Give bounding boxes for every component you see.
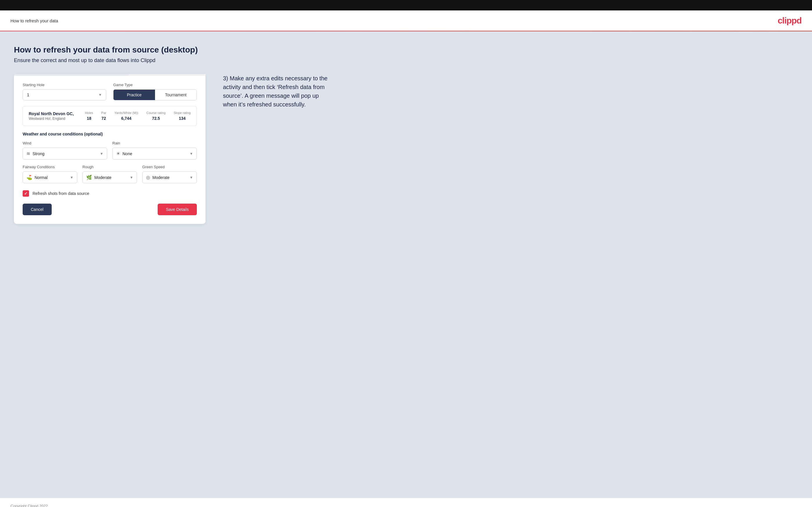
wind-value: Strong <box>33 152 100 156</box>
fairway-select[interactable]: ⛳ Normal ▼ <box>22 171 77 183</box>
par-stat: Par 72 <box>101 111 106 121</box>
starting-hole-value: 1 <box>27 93 98 97</box>
fairway-group: Fairway Conditions ⛳ Normal ▼ <box>22 165 77 183</box>
strip-left <box>14 74 129 76</box>
fairway-value: Normal <box>35 175 70 180</box>
yards-stat: Yards/White (M)) 6,744 <box>114 111 138 121</box>
refresh-checkbox[interactable] <box>22 190 29 196</box>
footer-copyright: Copyright Clippd 2022 <box>10 504 48 507</box>
green-speed-select[interactable]: ◎ Moderate ▼ <box>142 171 197 183</box>
course-location: Westward Ho!, England <box>29 117 77 121</box>
green-speed-icon: ◎ <box>146 175 150 180</box>
strip-right <box>129 74 206 76</box>
weather-section-title: Weather and course conditions (optional) <box>22 132 197 136</box>
button-row: Cancel Save Details <box>22 204 197 215</box>
chevron-down-icon: ▼ <box>190 175 193 179</box>
starting-hole-select[interactable]: 1 ▼ <box>22 89 106 100</box>
header-title: How to refresh your data <box>10 18 58 23</box>
wind-select[interactable]: ≋ Strong ▼ <box>22 148 107 160</box>
save-button[interactable]: Save Details <box>158 204 197 215</box>
wind-icon: ≋ <box>27 151 30 156</box>
course-name: Royal North Devon GC, <box>29 111 77 116</box>
starting-hole-label: Starting Hole <box>22 83 106 87</box>
green-speed-value: Moderate <box>152 175 190 180</box>
rain-value: None <box>122 152 190 156</box>
par-value: 72 <box>102 116 106 121</box>
holes-stat: Holes 18 <box>85 111 93 121</box>
course-name-block: Royal North Devon GC, Westward Ho!, Engl… <box>29 111 77 121</box>
footer: Copyright Clippd 2022 <box>0 498 812 507</box>
chevron-down-icon: ▼ <box>70 175 73 179</box>
tournament-button[interactable]: Tournament <box>155 90 197 100</box>
course-rating-label: Course rating <box>146 111 165 115</box>
chevron-down-icon: ▼ <box>100 152 103 156</box>
wind-label: Wind <box>22 141 107 145</box>
rain-group: Rain ☀ None ▼ <box>112 141 197 160</box>
rough-group: Rough 🌿 Moderate ▼ <box>83 165 137 183</box>
practice-button[interactable]: Practice <box>113 90 155 100</box>
card-top-strip <box>14 74 206 76</box>
holes-value: 18 <box>87 116 92 121</box>
rough-label: Rough <box>83 165 137 169</box>
yards-label: Yards/White (M)) <box>114 111 138 115</box>
page-subtitle: Ensure the correct and most up to date d… <box>14 57 798 63</box>
wind-group: Wind ≋ Strong ▼ <box>22 141 107 160</box>
conditions-row: Fairway Conditions ⛳ Normal ▼ Rough 🌿 Mo… <box>22 165 197 183</box>
chevron-down-icon: ▼ <box>190 152 193 156</box>
cancel-button[interactable]: Cancel <box>22 204 52 215</box>
slope-rating-stat: Slope rating 134 <box>173 111 191 121</box>
rough-value: Moderate <box>94 175 130 180</box>
rain-select[interactable]: ☀ None ▼ <box>112 148 197 160</box>
holes-label: Holes <box>85 111 93 115</box>
green-speed-group: Green Speed ◎ Moderate ▼ <box>142 165 197 183</box>
course-info-box: Royal North Devon GC, Westward Ho!, Engl… <box>22 106 197 126</box>
slope-rating-label: Slope rating <box>173 111 191 115</box>
rain-label: Rain <box>112 141 197 145</box>
weather-row: Wind ≋ Strong ▼ Rain ☀ None ▼ <box>22 141 197 160</box>
page-header: How to refresh your data clippd <box>0 10 812 31</box>
description-text: 3) Make any extra edits necessary to the… <box>223 74 333 109</box>
rain-icon: ☀ <box>116 151 120 156</box>
course-stats: Holes 18 Par 72 Yards/White (M)) 6,744 C… <box>85 111 191 121</box>
yards-value: 6,744 <box>121 116 132 121</box>
game-type-toggle: Practice Tournament <box>113 89 197 100</box>
course-rating-value: 72.5 <box>152 116 160 121</box>
refresh-checkbox-label: Refresh shots from data source <box>33 191 89 196</box>
logo: clippd <box>778 16 802 25</box>
game-type-label: Game Type <box>113 83 197 87</box>
chevron-down-icon: ▼ <box>98 93 102 97</box>
chevron-down-icon: ▼ <box>130 175 133 179</box>
refresh-checkbox-row: Refresh shots from data source <box>22 190 197 196</box>
top-form-row: Starting Hole 1 ▼ Game Type Practice Tou… <box>22 83 197 100</box>
content-row: Starting Hole 1 ▼ Game Type Practice Tou… <box>14 74 798 224</box>
par-label: Par <box>101 111 106 115</box>
description-block: 3) Make any extra edits necessary to the… <box>223 74 333 109</box>
form-card: Starting Hole 1 ▼ Game Type Practice Tou… <box>14 74 206 224</box>
starting-hole-group: Starting Hole 1 ▼ <box>22 83 106 100</box>
green-speed-label: Green Speed <box>142 165 197 169</box>
fairway-label: Fairway Conditions <box>22 165 77 169</box>
slope-rating-value: 134 <box>179 116 186 121</box>
rough-icon: 🌿 <box>86 175 92 180</box>
fairway-icon: ⛳ <box>27 175 32 180</box>
main-content: How to refresh your data from source (de… <box>0 31 812 498</box>
rough-select[interactable]: 🌿 Moderate ▼ <box>83 171 137 183</box>
course-rating-stat: Course rating 72.5 <box>146 111 165 121</box>
game-type-group: Game Type Practice Tournament <box>113 83 197 100</box>
page-title: How to refresh your data from source (de… <box>14 45 798 55</box>
